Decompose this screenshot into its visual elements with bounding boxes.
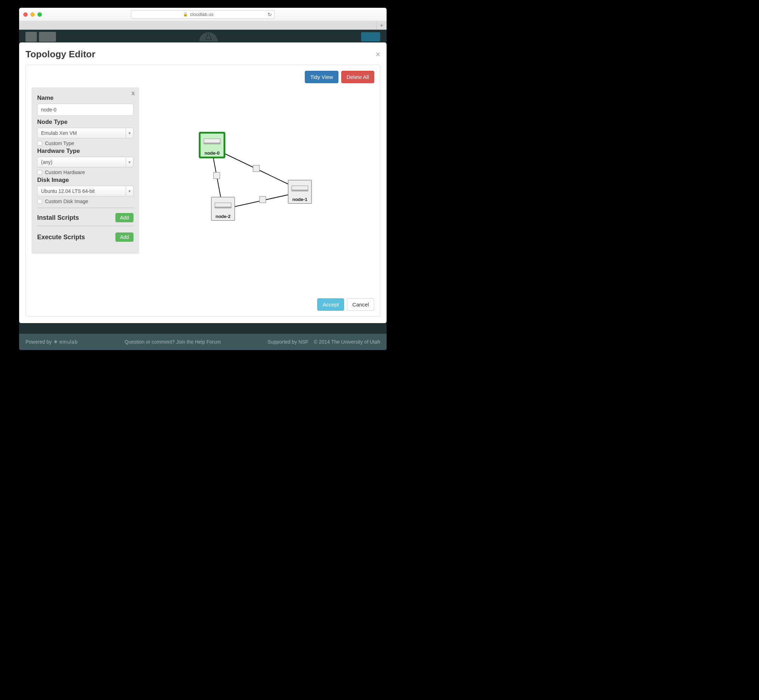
node-type-label: Node Type (37, 119, 133, 126)
custom-type-row: Custom Type (37, 141, 133, 146)
window-close-button[interactable] (23, 12, 28, 17)
node-label: node-0 (205, 150, 220, 156)
install-scripts-add-button[interactable]: Add (116, 213, 133, 222)
cancel-button[interactable]: Cancel (347, 298, 374, 311)
server-icon (204, 139, 220, 144)
reload-button[interactable]: ↻ (265, 10, 275, 19)
custom-type-label: Custom Type (45, 141, 74, 146)
server-icon (215, 203, 231, 208)
hardware-type-select[interactable]: (any) ▼ (37, 157, 133, 167)
new-tab-button[interactable]: + (377, 21, 387, 30)
modal-header: Topology Editor × (25, 42, 380, 65)
panel-toolbar: Tidy View Delete All (31, 71, 374, 83)
supported-by-text: Supported by NSF (268, 339, 308, 345)
custom-hardware-row: Custom Hardware (37, 170, 133, 175)
install-scripts-label: Install Scripts (37, 214, 79, 222)
chevron-down-icon: ▼ (126, 186, 133, 197)
divider (37, 208, 133, 208)
browser-tab[interactable] (19, 21, 377, 30)
footer-right: Supported by NSF © 2014 The University o… (268, 339, 380, 345)
modal-title: Topology Editor (25, 49, 95, 60)
custom-type-checkbox[interactable] (37, 141, 42, 146)
execute-scripts-row: Execute Scripts Add (37, 233, 133, 242)
link-handle[interactable] (253, 165, 260, 172)
topology-node-node-2[interactable]: node-2 (211, 197, 235, 220)
browser-tab-bar: + (19, 21, 387, 30)
node-type-value: Emulab Xen VM (37, 128, 126, 138)
divider (37, 226, 133, 226)
disk-image-label: Disk Image (37, 177, 133, 184)
topology-node-node-1[interactable]: node-1 (288, 180, 311, 203)
window-minimize-button[interactable] (30, 12, 35, 17)
panel-footer: Accept Cancel (31, 298, 374, 311)
custom-disk-image-checkbox[interactable] (37, 199, 42, 204)
help-forum-link[interactable]: Join the Help Forum (176, 339, 221, 345)
traffic-lights (23, 12, 42, 17)
copyright-text: © 2014 The University of Utah (314, 339, 380, 345)
svg-rect-1 (204, 139, 220, 143)
name-input[interactable] (37, 104, 133, 116)
address-bar[interactable]: 🔒 cloudlab.us (131, 10, 266, 19)
address-host: cloudlab.us (190, 12, 213, 17)
hardware-type-value: (any) (37, 157, 126, 167)
chevron-down-icon: ▼ (126, 157, 133, 167)
delete-all-button[interactable]: Delete All (341, 71, 374, 83)
accept-button[interactable]: Accept (317, 298, 344, 311)
lock-icon: 🔒 (183, 12, 188, 17)
footer-left: Powered by ❋ emulab (25, 339, 78, 345)
execute-scripts-add-button[interactable]: Add (116, 233, 133, 242)
footer-center: Question or comment? Join the Help Forum (78, 339, 268, 345)
server-icon (292, 186, 308, 191)
link-handle[interactable] (213, 172, 220, 179)
disk-image-value: Ubuntu 12.04 LTS 64-bit (37, 186, 126, 197)
custom-disk-image-row: Custom Disk Image (37, 198, 133, 204)
chevron-down-icon: ▼ (126, 128, 133, 138)
browser-titlebar: 🔒 cloudlab.us ↻ (19, 8, 387, 21)
node-type-select[interactable]: Emulab Xen VM ▼ (37, 128, 133, 138)
node-label: node-2 (216, 214, 231, 219)
address-bar-wrap: 🔒 cloudlab.us ↻ (131, 10, 275, 19)
canvas-area: x Name Node Type Emulab Xen VM ▼ Custom … (31, 88, 374, 294)
svg-rect-8 (215, 207, 231, 208)
footer-question-text: Question or comment? (125, 339, 176, 345)
disk-image-select[interactable]: Ubuntu 12.04 LTS 64-bit ▼ (37, 186, 133, 197)
svg-rect-4 (292, 186, 308, 190)
custom-hardware-label: Custom Hardware (45, 170, 85, 175)
custom-hardware-checkbox[interactable] (37, 170, 42, 175)
topology-editor-modal: Topology Editor × Tidy View Delete All x… (19, 42, 387, 323)
node-properties-panel: x Name Node Type Emulab Xen VM ▼ Custom … (31, 88, 139, 254)
node-label: node-1 (293, 197, 308, 202)
install-scripts-row: Install Scripts Add (37, 213, 133, 222)
window-zoom-button[interactable] (38, 12, 42, 17)
powered-by-text: Powered by (25, 339, 52, 345)
custom-disk-image-label: Custom Disk Image (45, 198, 88, 204)
modal-close-button[interactable]: × (376, 50, 380, 59)
hardware-type-label: Hardware Type (37, 148, 133, 155)
topology-canvas[interactable]: node-0 node-1 (138, 88, 364, 254)
svg-rect-2 (204, 143, 220, 144)
modal-backdrop-top (19, 30, 387, 44)
editor-panel: Tidy View Delete All x Name Node Type Em… (25, 65, 380, 317)
tidy-view-button[interactable]: Tidy View (305, 71, 338, 83)
properties-close-button[interactable]: x (131, 89, 135, 97)
execute-scripts-label: Execute Scripts (37, 234, 85, 241)
emulab-icon: ❋ (54, 339, 57, 344)
powered-by-brand: emulab (59, 339, 78, 345)
site-viewport: Topology Editor × Tidy View Delete All x… (19, 30, 387, 350)
name-label: Name (37, 94, 133, 102)
svg-rect-5 (292, 190, 308, 191)
topology-node-node-0[interactable]: node-0 (200, 133, 224, 158)
browser-window: 🔒 cloudlab.us ↻ + Topology Edit (19, 8, 387, 350)
link-handle[interactable] (260, 197, 266, 203)
site-footer: Powered by ❋ emulab Question or comment?… (19, 334, 387, 350)
svg-rect-7 (215, 203, 231, 207)
modal-backdrop-bottom (19, 323, 387, 334)
